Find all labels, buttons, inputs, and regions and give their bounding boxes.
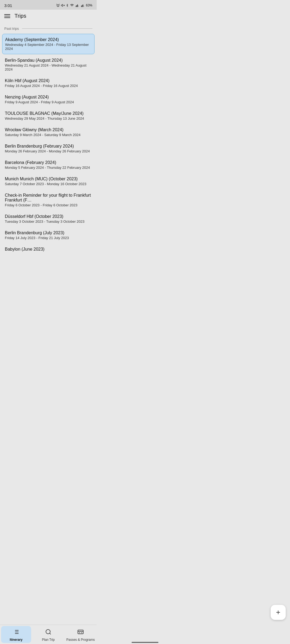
status-time: 3:01 (4, 3, 12, 8)
trip-date: Monday 5 February 2024 - Thursday 22 Feb… (5, 166, 92, 170)
mute-icon (61, 3, 65, 7)
wifi-icon (70, 3, 74, 7)
signal-icon (75, 3, 79, 7)
svg-rect-6 (77, 5, 78, 7)
svg-rect-5 (77, 5, 77, 7)
trip-date: Friday 16 August 2024 - Friday 16 August… (5, 84, 92, 88)
trip-name: TOULOUSE BLAGNAC (May/June 2024) (5, 111, 92, 116)
trip-name: Berlin-Spandau (August 2024) (5, 58, 92, 63)
trip-date: Friday 9 August 2024 - Friday 9 August 2… (5, 100, 92, 104)
battery-indicator: 63% (86, 3, 92, 7)
trip-date: Monday 26 February 2024 - Monday 26 Febr… (5, 149, 92, 153)
trip-name: Wrocław Główny (March 2024) (5, 127, 92, 132)
trip-name: Munich Munich (MUC) (October 2023) (5, 177, 92, 181)
trip-name: Nenzing (August 2024) (5, 95, 92, 100)
trip-date: Saturday 9 March 2024 - Saturday 9 March… (5, 133, 92, 137)
svg-rect-8 (81, 6, 82, 7)
trip-name: Düsseldorf Hbf (October 2023) (5, 214, 92, 219)
trip-date: Wednesday 29 May 2024 - Thursday 13 June… (5, 116, 92, 120)
app-bar: Trips (0, 10, 97, 22)
trip-name: Berlin Brandenburg (February 2024) (5, 144, 92, 149)
trip-item[interactable]: TOULOUSE BLAGNAC (May/June 2024)Wednesda… (2, 108, 95, 124)
svg-rect-4 (76, 6, 76, 7)
page-title: Trips (15, 13, 26, 19)
trip-item[interactable]: Berlin Brandenburg (July 2023)Friday 14 … (2, 227, 95, 243)
svg-rect-11 (84, 5, 84, 7)
trip-date: Wednesday 4 September 2024 - Friday 13 S… (5, 43, 92, 51)
trip-date: Saturday 7 October 2023 - Monday 16 Octo… (5, 182, 92, 186)
trip-name: Berlin Brandenburg (July 2023) (5, 230, 92, 235)
trip-date: Friday 6 October 2023 - Friday 6 October… (5, 203, 92, 207)
trip-item[interactable]: Wrocław Główny (March 2024)Saturday 9 Ma… (2, 124, 95, 140)
trip-list: Akademy (September 2024)Wednesday 4 Sept… (0, 34, 97, 256)
menu-button[interactable] (4, 14, 10, 18)
svg-rect-7 (78, 5, 79, 7)
trip-item[interactable]: Düsseldorf Hbf (October 2023)Tuesday 3 O… (2, 211, 95, 227)
alarm-icon (56, 3, 60, 7)
section-header: Past trips (0, 24, 97, 34)
status-bar: 3:01 63% (0, 0, 97, 10)
trip-name: Barcelona (February 2024) (5, 160, 92, 165)
signal2-icon (81, 3, 85, 7)
trip-item[interactable]: Barcelona (February 2024)Monday 5 Februa… (2, 157, 95, 173)
trip-date: Friday 14 July 2023 - Friday 21 July 202… (5, 236, 92, 240)
trip-item[interactable]: Nenzing (August 2024)Friday 9 August 202… (2, 92, 95, 107)
trip-name: Babylon (June 2023) (5, 247, 92, 252)
trip-item[interactable]: Babylon (June 2023) (2, 244, 95, 255)
svg-rect-10 (83, 5, 83, 7)
status-icons: 63% (56, 3, 92, 7)
trip-name: Köln Hbf (August 2024) (5, 78, 92, 83)
trip-item[interactable]: Munich Munich (MUC) (October 2023)Saturd… (2, 173, 95, 189)
trip-item[interactable]: Berlin-Spandau (August 2024)Wednesday 21… (2, 55, 95, 75)
trip-date: Tuesday 3 October 2023 - Tuesday 3 Octob… (5, 219, 92, 224)
bluetooth-icon (66, 3, 69, 7)
trip-name: Check-in Reminder for your flight to Fra… (5, 193, 92, 203)
section-label: Past trips (4, 27, 19, 31)
section-divider (22, 28, 92, 29)
trip-item[interactable]: Akademy (September 2024)Wednesday 4 Sept… (2, 34, 95, 54)
trip-date: Wednesday 21 August 2024 - Wednesday 21 … (5, 63, 92, 71)
content-area: Past trips Akademy (September 2024)Wedne… (0, 22, 97, 277)
trip-item[interactable]: Check-in Reminder for your flight to Fra… (2, 190, 95, 210)
trip-name: Akademy (September 2024) (5, 37, 92, 42)
trip-item[interactable]: Berlin Brandenburg (February 2024)Monday… (2, 141, 95, 156)
svg-rect-9 (82, 5, 82, 7)
trip-item[interactable]: Köln Hbf (August 2024)Friday 16 August 2… (2, 75, 95, 91)
